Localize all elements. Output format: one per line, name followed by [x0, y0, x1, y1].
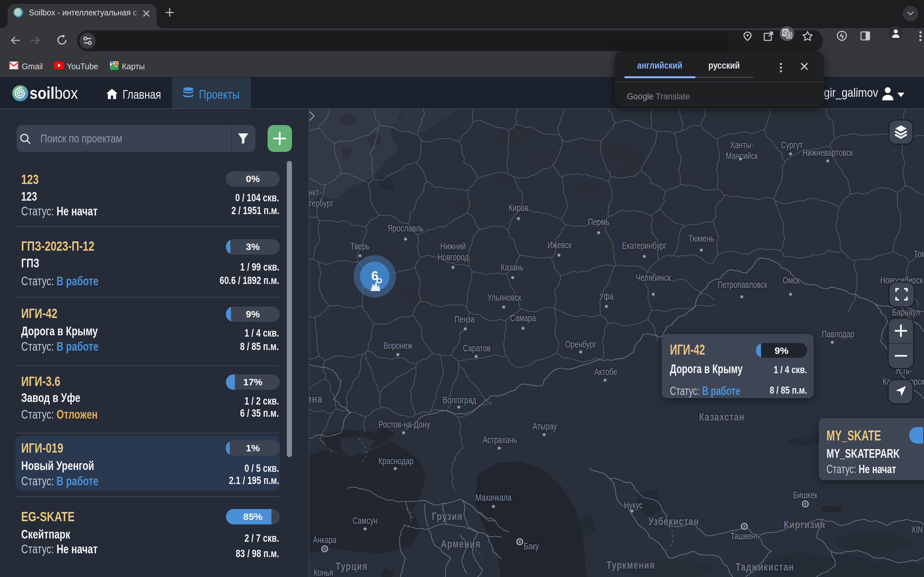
svg-text:文: 文: [787, 32, 792, 38]
